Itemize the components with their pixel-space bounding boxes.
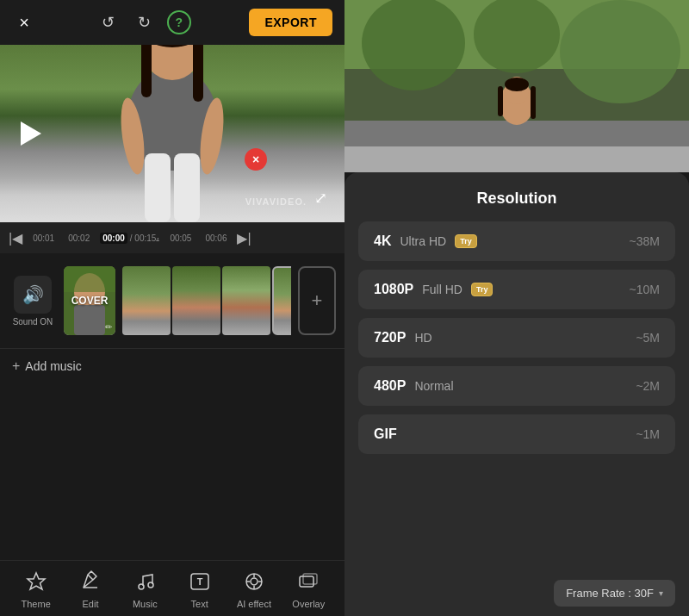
svg-rect-3 bbox=[141, 45, 152, 97]
tool-text[interactable]: T Text bbox=[178, 568, 221, 609]
play-button[interactable] bbox=[16, 118, 47, 149]
add-music-label: Add music bbox=[25, 359, 81, 373]
add-music-icon: + bbox=[12, 358, 20, 374]
fullscreen-button[interactable]: ⤢ bbox=[308, 186, 332, 210]
res-1080p-try-badge: Try bbox=[471, 283, 493, 296]
controls-group: ↺ ↻ ? bbox=[95, 9, 191, 36]
svg-point-32 bbox=[560, 0, 680, 103]
timeline-next-button[interactable]: ▶| bbox=[237, 230, 251, 246]
tool-overlay[interactable]: Overlay bbox=[287, 568, 330, 609]
edit-icon bbox=[77, 568, 104, 595]
tool-music[interactable]: Music bbox=[123, 568, 166, 609]
edit-label: Edit bbox=[83, 599, 99, 609]
res-1080p-sublabel: Full HD bbox=[422, 283, 462, 296]
help-button[interactable]: ? bbox=[167, 10, 191, 34]
strip-frame-1 bbox=[122, 266, 171, 335]
res-720p-label: 720P bbox=[374, 330, 406, 345]
svg-point-38 bbox=[505, 78, 529, 91]
res-480p-sublabel: Normal bbox=[414, 379, 453, 393]
svg-text:T: T bbox=[196, 576, 202, 587]
res-gif-label: GIF bbox=[374, 426, 397, 442]
res-720p-size: ~5M bbox=[636, 331, 660, 345]
right-preview bbox=[344, 0, 689, 172]
resolution-1080p-option[interactable]: 1080P Full HD Try ~10M bbox=[358, 270, 675, 309]
left-panel: × ↺ ↻ ? EXPORT bbox=[0, 0, 344, 616]
res-720p-left: 720P HD bbox=[374, 330, 432, 345]
music-track: + Add music bbox=[0, 348, 344, 383]
res-4k-label: 4K bbox=[374, 233, 391, 249]
ai-effect-label: AI effect bbox=[237, 599, 271, 609]
svg-rect-11 bbox=[74, 305, 105, 335]
tracks-area: 🔊 Sound ON COVER ✏ + bbox=[0, 253, 344, 348]
text-icon: T bbox=[186, 568, 214, 595]
add-music-button[interactable]: + Add music bbox=[12, 358, 82, 374]
res-480p-size: ~2M bbox=[636, 379, 660, 393]
res-4k-size: ~38M bbox=[630, 234, 660, 248]
cover-thumbnail[interactable]: COVER ✏ bbox=[64, 266, 115, 335]
resolution-4k-option[interactable]: 4K Ultra HD Try ~38M bbox=[358, 221, 675, 261]
watermark: VIVAVIDEO. bbox=[245, 196, 307, 207]
strip-frame-4 bbox=[272, 266, 291, 335]
ai-effect-icon bbox=[240, 568, 268, 595]
res-1080p-size: ~10M bbox=[630, 283, 660, 296]
svg-rect-12 bbox=[64, 266, 115, 292]
right-preview-bg bbox=[344, 0, 689, 172]
time-total: / 00:15₄ bbox=[130, 233, 160, 243]
timeline-current-group: 00:00 / 00:15₄ bbox=[100, 233, 159, 244]
video-preview: × VIVAVIDEO. ⤢ bbox=[0, 45, 344, 222]
svg-point-14 bbox=[139, 584, 144, 589]
tool-theme[interactable]: Theme bbox=[15, 568, 58, 609]
resolution-gif-option[interactable]: GIF ~1M bbox=[358, 414, 675, 454]
res-480p-label: 480P bbox=[374, 378, 406, 394]
overlay-svg-icon bbox=[297, 570, 320, 593]
sound-track: 🔊 Sound ON bbox=[9, 276, 57, 327]
music-label: Music bbox=[133, 599, 158, 609]
timeline-prev-button[interactable]: |◀ bbox=[9, 230, 22, 246]
video-strip bbox=[122, 266, 291, 335]
resolution-panel: Resolution 4K Ultra HD Try ~38M 1080P Fu… bbox=[344, 172, 689, 569]
strip-frame-2 bbox=[172, 266, 220, 335]
text-svg-icon: T bbox=[189, 570, 211, 593]
top-bar: × ↺ ↻ ? EXPORT bbox=[0, 0, 344, 45]
svg-point-31 bbox=[362, 0, 465, 90]
resolution-720p-option[interactable]: 720P HD ~5M bbox=[358, 318, 675, 358]
svg-rect-25 bbox=[303, 574, 317, 584]
add-clip-button[interactable]: + bbox=[298, 266, 336, 335]
svg-rect-24 bbox=[300, 576, 313, 587]
theme-icon bbox=[22, 568, 50, 595]
theme-label: Theme bbox=[22, 599, 51, 609]
svg-rect-4 bbox=[193, 45, 203, 102]
cover-label: COVER bbox=[71, 295, 109, 307]
tool-edit[interactable]: Edit bbox=[69, 568, 112, 609]
edit-svg-icon bbox=[79, 570, 102, 593]
svg-rect-6 bbox=[174, 153, 200, 222]
res-1080p-label: 1080P bbox=[374, 282, 413, 297]
delete-overlay-button[interactable]: × bbox=[245, 148, 267, 171]
res-gif-left: GIF bbox=[374, 426, 397, 442]
play-triangle-icon bbox=[21, 121, 41, 146]
frame-rate-button[interactable]: Frame Rate : 30F ▾ bbox=[554, 580, 675, 607]
svg-rect-30 bbox=[344, 146, 689, 172]
export-button[interactable]: EXPORT bbox=[249, 9, 332, 36]
res-4k-sublabel: Ultra HD bbox=[400, 234, 446, 248]
timeline-marker-5: 00:05 bbox=[170, 233, 191, 243]
tool-ai-effect[interactable]: AI effect bbox=[233, 568, 276, 609]
res-480p-left: 480P Normal bbox=[374, 378, 454, 394]
redo-button[interactable]: ↻ bbox=[131, 9, 158, 36]
res-1080p-left: 1080P Full HD Try bbox=[374, 282, 493, 297]
timeline-marker-6: 00:06 bbox=[205, 233, 227, 243]
strip-frame-3 bbox=[222, 266, 270, 335]
sound-label: Sound ON bbox=[13, 317, 53, 327]
close-button[interactable]: × bbox=[12, 10, 36, 34]
res-4k-try-badge: Try bbox=[455, 234, 477, 248]
sound-icon[interactable]: 🔊 bbox=[14, 276, 52, 314]
res-gif-size: ~1M bbox=[636, 427, 660, 441]
undo-button[interactable]: ↺ bbox=[95, 9, 122, 36]
svg-rect-37 bbox=[531, 86, 536, 119]
svg-point-15 bbox=[148, 582, 153, 588]
time-current: 00:00 bbox=[100, 233, 127, 244]
resolution-480p-option[interactable]: 480P Normal ~2M bbox=[358, 366, 675, 406]
resolution-title: Resolution bbox=[358, 190, 675, 208]
music-icon bbox=[131, 568, 158, 595]
timeline-marker-2: 00:02 bbox=[68, 233, 90, 243]
